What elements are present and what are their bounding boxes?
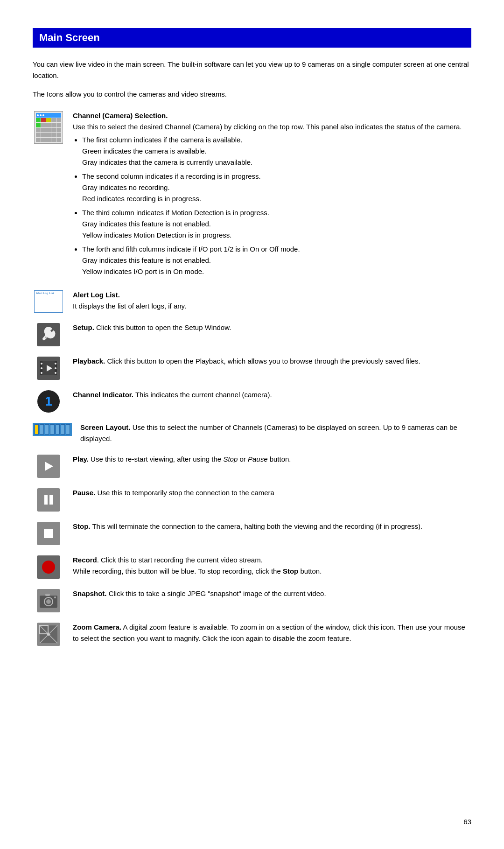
stop-title: Stop. bbox=[73, 522, 91, 530]
screen-layout-icon-cell bbox=[33, 422, 72, 436]
svg-point-8 bbox=[55, 367, 56, 369]
channel-indicator-icon: 1 bbox=[37, 390, 60, 413]
alert-log-desc: It displays the list of alert logs, if a… bbox=[73, 302, 186, 310]
playback-desc: Click this button to open the Playback, … bbox=[105, 357, 420, 365]
svg-point-0 bbox=[45, 337, 47, 338]
snapshot-icon-cell bbox=[33, 588, 64, 612]
bullet-3: The third column indicates if Motion Det… bbox=[82, 207, 471, 241]
record-text: Record. Click this to start recording th… bbox=[73, 554, 471, 577]
pause-icon-cell bbox=[33, 487, 64, 512]
item-playback: Playback. Click this button to open the … bbox=[33, 356, 471, 380]
svg-point-5 bbox=[41, 367, 42, 369]
playback-title: Playback. bbox=[73, 357, 105, 365]
screen-layout-desc: Use this to select the number of Channel… bbox=[80, 423, 457, 442]
setup-icon bbox=[37, 323, 60, 346]
screen-layout-icon bbox=[33, 423, 72, 436]
alert-log-icon: Alert Log List bbox=[34, 290, 63, 313]
item-stop: Stop. This will terminate the connection… bbox=[33, 521, 471, 545]
channel-indicator-desc: This indicates the current channel (came… bbox=[133, 391, 272, 399]
channel-camera-desc: Use this to select the desired Channel (… bbox=[73, 123, 462, 131]
pause-icon bbox=[37, 488, 60, 512]
channel-camera-icon bbox=[33, 110, 64, 144]
alert-log-label: Alert Log List bbox=[36, 292, 54, 295]
zoom-title: Zoom Camera. bbox=[73, 623, 121, 631]
record-line2: While recording, this button will be blu… bbox=[73, 567, 322, 575]
bullet-1: The first column indicates if the camera… bbox=[82, 134, 471, 168]
item-alert-log: Alert Log List Alert Log List. It displa… bbox=[33, 289, 471, 313]
svg-point-9 bbox=[55, 372, 56, 374]
snapshot-icon bbox=[37, 589, 60, 612]
item-pause: Pause. Use this to temporarily stop the … bbox=[33, 487, 471, 512]
playback-icon-cell bbox=[33, 356, 64, 380]
pause-title: Pause. bbox=[73, 489, 95, 497]
svg-point-22 bbox=[54, 596, 56, 598]
screen-layout-text: Screen Layout. Use this to select the nu… bbox=[80, 422, 471, 444]
intro-para1: You can view live video in the main scre… bbox=[33, 59, 471, 81]
record-icon bbox=[37, 555, 60, 579]
channel-camera-title: Channel (Camera) Selection. bbox=[73, 112, 168, 119]
play-icon bbox=[37, 455, 60, 478]
svg-point-7 bbox=[55, 363, 56, 365]
item-record: Record. Click this to start recording th… bbox=[33, 554, 471, 579]
alert-log-text: Alert Log List. It displays the list of … bbox=[73, 289, 471, 312]
item-channel-indicator: 1 Channel Indicator. This indicates the … bbox=[33, 389, 471, 413]
playback-text: Playback. Click this button to open the … bbox=[73, 356, 471, 367]
zoom-text: Zoom Camera. A digital zoom feature is a… bbox=[73, 622, 471, 644]
snapshot-text: Snapshot. Click this to take a single JP… bbox=[73, 588, 471, 599]
page-title: Main Screen bbox=[33, 28, 471, 48]
item-snapshot: Snapshot. Click this to take a single JP… bbox=[33, 588, 471, 612]
alert-log-title: Alert Log List. bbox=[73, 291, 120, 299]
record-line1: Record. Click this to start recording th… bbox=[73, 556, 263, 564]
snapshot-desc: Click this to take a single JPEG "snapsh… bbox=[107, 589, 326, 597]
svg-rect-12 bbox=[44, 495, 48, 505]
svg-marker-11 bbox=[45, 462, 53, 471]
play-desc: Use this to re-start viewing, after usin… bbox=[89, 455, 291, 463]
svg-rect-13 bbox=[49, 495, 53, 505]
stop-icon-cell bbox=[33, 521, 64, 545]
setup-title: Setup. bbox=[73, 323, 94, 331]
svg-text:+: + bbox=[47, 631, 50, 638]
pause-text: Pause. Use this to temporarily stop the … bbox=[73, 487, 471, 498]
stop-text: Stop. This will terminate the connection… bbox=[73, 521, 471, 532]
alert-log-icon-cell: Alert Log List bbox=[33, 289, 64, 313]
play-text: Play. Use this to re-start viewing, afte… bbox=[73, 454, 471, 465]
svg-point-4 bbox=[41, 363, 42, 365]
item-channel-camera-selection: Channel (Camera) Selection. Use this to … bbox=[33, 110, 471, 280]
play-icon-cell bbox=[33, 454, 64, 478]
svg-rect-21 bbox=[45, 594, 50, 596]
setup-text: Setup. Click this button to open the Set… bbox=[73, 322, 471, 333]
channel-indicator-title: Channel Indicator. bbox=[73, 391, 133, 399]
channel-camera-text: Channel (Camera) Selection. Use this to … bbox=[73, 110, 471, 280]
channel-indicator-text: Channel Indicator. This indicates the cu… bbox=[73, 389, 471, 400]
camera-indicator-icon bbox=[34, 111, 63, 144]
screen-layout-title: Screen Layout. bbox=[80, 423, 131, 431]
item-play: Play. Use this to re-start viewing, afte… bbox=[33, 454, 471, 478]
snapshot-title: Snapshot. bbox=[73, 589, 107, 597]
svg-point-20 bbox=[46, 599, 51, 604]
channel-indicator-number: 1 bbox=[45, 394, 52, 409]
zoom-desc: A digital zoom feature is available. To … bbox=[73, 623, 465, 642]
record-icon-cell bbox=[33, 554, 64, 579]
item-setup: Setup. Click this button to open the Set… bbox=[33, 322, 471, 346]
bullet-4: The forth and fifth columns indicate if … bbox=[82, 244, 471, 277]
item-zoom: + Zoom Camera. A digital zoom feature is… bbox=[33, 622, 471, 646]
zoom-icon: + bbox=[37, 623, 60, 646]
svg-point-16 bbox=[42, 561, 55, 574]
channel-camera-bullets: The first column indicates if the camera… bbox=[82, 134, 471, 277]
play-title: Play. bbox=[73, 455, 89, 463]
setup-desc: Click this button to open the Setup Wind… bbox=[94, 323, 231, 331]
page-number: 63 bbox=[463, 818, 471, 826]
svg-rect-14 bbox=[44, 529, 53, 538]
setup-icon-cell bbox=[33, 322, 64, 346]
stop-icon bbox=[37, 522, 60, 545]
stop-desc: This will terminate the connection to th… bbox=[91, 522, 423, 530]
playback-icon bbox=[37, 357, 60, 380]
channel-indicator-icon-cell: 1 bbox=[33, 389, 64, 413]
item-screen-layout: Screen Layout. Use this to select the nu… bbox=[33, 422, 471, 444]
icons-intro: The Icons allow you to control the camer… bbox=[33, 89, 471, 100]
pause-desc: Use this to temporarily stop the connect… bbox=[95, 489, 274, 497]
bullet-2: The second column indicates if a recordi… bbox=[82, 171, 471, 204]
svg-point-6 bbox=[41, 372, 42, 374]
zoom-icon-cell: + bbox=[33, 622, 64, 646]
